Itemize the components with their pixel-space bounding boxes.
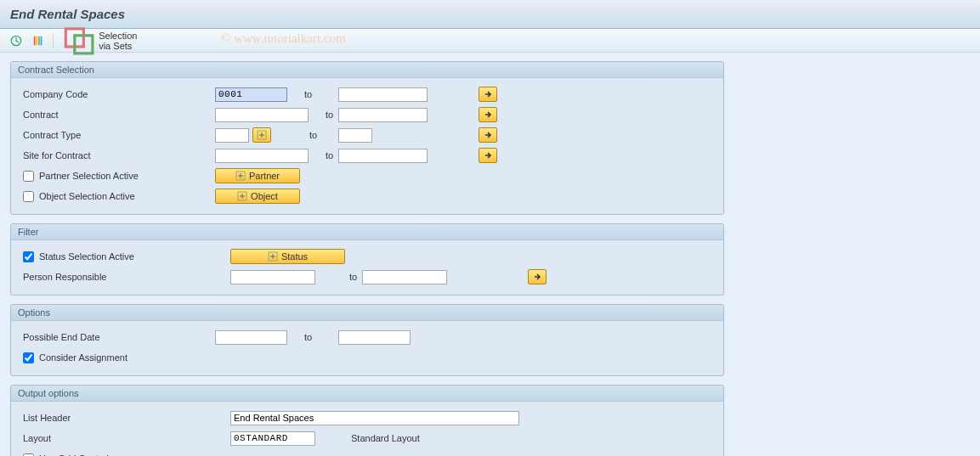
list-header-label: List Header xyxy=(20,413,230,423)
selection-via-sets-button[interactable]: Selection via Sets xyxy=(59,32,143,49)
sets-icon xyxy=(61,22,97,58)
company-code-more-button[interactable] xyxy=(479,87,497,102)
company-code-from-input[interactable] xyxy=(215,87,287,102)
person-to-label: to xyxy=(315,272,362,282)
contract-to-label: to xyxy=(309,110,338,120)
contract-type-more-button[interactable] xyxy=(479,127,497,143)
arrow-right-icon xyxy=(484,110,492,119)
layout-input[interactable] xyxy=(230,431,315,446)
contract-type-expand-button[interactable] xyxy=(252,127,271,143)
contract-to-input[interactable] xyxy=(338,108,428,122)
contract-type-to-label: to xyxy=(271,130,338,140)
rainbow-bars-icon xyxy=(32,35,44,47)
variant-button[interactable] xyxy=(29,32,48,49)
site-more-button[interactable] xyxy=(479,148,497,163)
svg-rect-3 xyxy=(38,36,40,45)
company-code-to-label: to xyxy=(287,89,338,99)
use-grid-checkbox[interactable] xyxy=(23,453,34,457)
site-to-input[interactable] xyxy=(338,149,428,163)
layout-label: Layout xyxy=(20,433,230,443)
partner-button[interactable]: Partner xyxy=(215,168,300,183)
contract-selection-group: Contract Selection Company Code to Contr… xyxy=(10,61,724,215)
use-grid-label: Use Grid Control xyxy=(20,453,215,457)
site-from-input[interactable] xyxy=(215,149,309,163)
arrow-right-icon xyxy=(484,131,492,139)
arrow-right-icon xyxy=(484,90,492,99)
end-date-to-label: to xyxy=(287,332,338,342)
contract-type-to-input[interactable] xyxy=(338,128,372,143)
status-button[interactable]: Status xyxy=(230,249,345,264)
status-active-checkbox[interactable] xyxy=(23,251,34,262)
contract-more-button[interactable] xyxy=(479,107,497,122)
output-group: Output options List Header Layout Standa… xyxy=(10,385,724,456)
status-active-label: Status Selection Active xyxy=(20,251,230,262)
company-code-label: Company Code xyxy=(20,89,215,99)
tree-expand-icon xyxy=(257,130,267,140)
object-active-label: Object Selection Active xyxy=(20,191,215,202)
content-area: Contract Selection Company Code to Contr… xyxy=(0,53,980,456)
person-label: Person Responsible xyxy=(20,272,230,282)
contract-selection-title: Contract Selection xyxy=(11,62,723,78)
tree-expand-icon xyxy=(235,171,246,181)
site-to-label: to xyxy=(309,150,338,160)
end-date-from-input[interactable] xyxy=(215,330,287,345)
person-to-input[interactable] xyxy=(362,270,447,284)
arrow-right-icon xyxy=(484,151,492,160)
person-from-input[interactable] xyxy=(230,270,315,284)
toolbar: Selection via Sets © www.tutorialkart.co… xyxy=(0,29,980,53)
layout-desc: Standard Layout xyxy=(351,433,420,443)
end-date-label: Possible End Date xyxy=(20,332,215,342)
filter-group: Filter Status Selection Active Status Pe… xyxy=(10,223,724,296)
svg-rect-4 xyxy=(41,36,42,45)
output-title: Output options xyxy=(11,386,723,402)
contract-from-input[interactable] xyxy=(215,108,309,122)
object-button[interactable]: Object xyxy=(215,189,300,204)
tree-expand-icon xyxy=(237,191,247,201)
svg-rect-2 xyxy=(36,36,37,45)
company-code-to-input[interactable] xyxy=(338,87,428,102)
person-more-button[interactable] xyxy=(528,269,547,284)
options-title: Options xyxy=(11,305,723,321)
selection-via-sets-label: Selection via Sets xyxy=(99,31,137,51)
contract-type-from-input[interactable] xyxy=(215,128,249,143)
consider-checkbox[interactable] xyxy=(23,352,34,363)
page-title: End Rental Spaces xyxy=(0,0,980,29)
contract-label: Contract xyxy=(20,110,215,120)
list-header-input[interactable] xyxy=(230,411,519,425)
object-active-checkbox[interactable] xyxy=(23,191,34,202)
tree-expand-icon xyxy=(268,251,278,262)
site-label: Site for Contract xyxy=(20,150,215,160)
watermark-text: © www.tutorialkart.com xyxy=(221,31,346,46)
svg-rect-1 xyxy=(34,36,36,45)
clock-execute-icon xyxy=(10,35,22,47)
end-date-to-input[interactable] xyxy=(338,330,411,345)
partner-active-label: Partner Selection Active xyxy=(20,171,215,182)
options-group: Options Possible End Date to Consider As… xyxy=(10,304,724,376)
filter-title: Filter xyxy=(11,224,723,240)
partner-active-checkbox[interactable] xyxy=(23,171,34,182)
contract-type-label: Contract Type xyxy=(20,130,215,140)
consider-label: Consider Assignment xyxy=(20,352,215,363)
execute-button[interactable] xyxy=(7,32,25,49)
arrow-right-icon xyxy=(533,273,541,281)
toolbar-divider xyxy=(53,33,54,48)
